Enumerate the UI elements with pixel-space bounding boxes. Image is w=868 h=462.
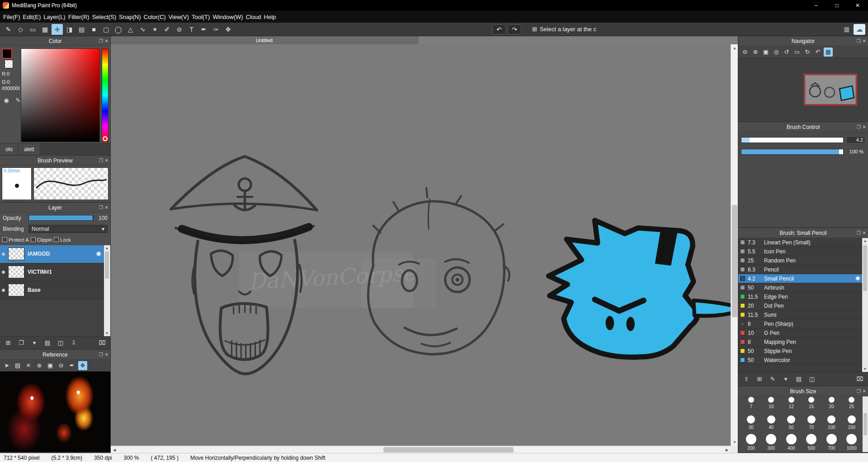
navigator-body[interactable] [738, 58, 868, 121]
minimize-button[interactable]: – [806, 0, 826, 11]
zoom-in-icon[interactable]: ⊕ [751, 48, 760, 57]
edit-brush-icon[interactable]: ✎ [768, 375, 777, 384]
close-icon[interactable]: ✕ [863, 124, 866, 129]
menu-item[interactable]: Tool(T) [190, 14, 211, 20]
hue-marker[interactable] [103, 136, 108, 141]
gradient-tool-icon[interactable]: ▤ [76, 24, 87, 35]
close-icon[interactable]: ✕ [105, 38, 108, 43]
navigator-viewport-rect[interactable] [804, 74, 857, 105]
transfer-layer-icon[interactable]: ⇩ [69, 338, 78, 348]
cloud-icon[interactable]: ☁ [854, 24, 865, 35]
eyedropper-tool-icon[interactable]: ✒ [198, 24, 209, 35]
brush-folder-icon[interactable]: ▤ [794, 375, 803, 384]
solid-fill-tool-icon[interactable]: ■ [88, 24, 99, 35]
open-folder-icon[interactable]: ▤ [13, 361, 22, 370]
shape-tool-icon[interactable]: ▭ [27, 24, 38, 35]
checkbox-icon[interactable] [31, 237, 36, 242]
popout-icon[interactable]: ❐ [99, 38, 103, 43]
brush-size-option[interactable]: 70 [802, 410, 822, 431]
maximize-button[interactable]: □ [826, 0, 847, 11]
brush-size-option[interactable]: 30 [741, 410, 761, 431]
add-layer-icon[interactable]: ⊞ [4, 338, 13, 348]
blending-select[interactable]: Normal ▾ [28, 225, 108, 233]
rotate-left-icon[interactable]: ↺ [782, 48, 791, 57]
popout-icon[interactable]: ❐ [857, 38, 861, 43]
scroll-down-icon[interactable]: ▼ [862, 366, 868, 372]
actual-size-icon[interactable]: ◎ [772, 48, 781, 57]
fit-view-icon[interactable]: ▣ [761, 48, 770, 57]
pen-tool-icon[interactable]: ✎ [3, 24, 14, 35]
color-tab[interactable]: alett [19, 143, 40, 155]
horizontal-scroll-thumb[interactable] [383, 447, 514, 452]
brush-row[interactable]: 25 Random Pen [738, 256, 862, 265]
redo-button[interactable]: ↷ [508, 24, 521, 34]
move-tool-icon[interactable]: ✛ [52, 24, 63, 35]
text-tool-icon[interactable]: T [186, 24, 197, 35]
brush-row[interactable]: 11.5 Sumi [738, 310, 862, 319]
grid-view-icon[interactable]: ▦ [824, 48, 833, 57]
scroll-up-icon[interactable]: ▲ [104, 245, 110, 251]
delete-brush-icon[interactable]: ⌧ [855, 375, 864, 384]
hand-tool-icon[interactable]: ✥ [222, 24, 234, 35]
checkbox-icon[interactable] [2, 237, 7, 242]
brush-list-scrollbar[interactable]: ▲ ▼ [862, 238, 868, 372]
merge-layer-icon[interactable]: ◫ [56, 338, 65, 348]
menu-item[interactable]: Filter(R) [67, 14, 91, 20]
close-icon[interactable]: ✕ [863, 38, 866, 43]
add-brush-icon[interactable]: ⊞ [755, 375, 764, 384]
scroll-up-icon[interactable]: ▲ [862, 238, 868, 244]
reset-rotation-icon[interactable]: ↶ [813, 48, 822, 57]
canvas-vertical-scrollbar[interactable]: ▲ ▼ [731, 44, 738, 446]
menu-item[interactable]: Help [263, 14, 278, 20]
brush-size-slider[interactable] [741, 137, 844, 143]
brush-row[interactable]: 10 G Pen [738, 329, 862, 338]
saturation-value-picker[interactable] [21, 48, 100, 142]
brush-size-option[interactable]: 500 [802, 431, 822, 452]
background-color-swatch[interactable] [5, 60, 13, 68]
menu-item[interactable]: Snap(N) [118, 14, 142, 20]
pattern-tool-icon[interactable]: ▦ [39, 24, 51, 35]
pointer-icon[interactable]: ➤ [2, 361, 11, 370]
popout-icon[interactable]: ❐ [857, 230, 861, 235]
brush-row[interactable]: 11.5 Edge Pen [738, 292, 862, 301]
lasso-tool-icon[interactable]: ∿ [137, 24, 148, 35]
brush-row[interactable]: 8 Pen (Sharp) [738, 319, 862, 329]
brush-size-option[interactable]: 1000 [842, 431, 862, 452]
brush-row[interactable]: 8 Mapping Pen [738, 338, 862, 347]
magic-wand-tool-icon[interactable]: ✶ [149, 24, 160, 35]
menu-item[interactable]: Window(W) [211, 14, 244, 20]
navigator-header[interactable]: Navigator ❐ ✕ [738, 36, 868, 46]
delete-layer-icon[interactable]: ⌧ [98, 338, 107, 348]
close-icon[interactable]: ✕ [863, 230, 866, 235]
foreground-color-swatch[interactable] [3, 49, 11, 58]
scroll-up-icon[interactable]: ▲ [731, 44, 738, 52]
brush-panel-header[interactable]: Brush: Small Pencil ❐ ✕ [738, 228, 868, 238]
brush-size-value[interactable]: 4.2 [846, 136, 865, 143]
layer-list-scrollbar[interactable]: ▲ ▼ [104, 245, 110, 337]
brush-menu-caret-icon[interactable]: ▾ [781, 375, 790, 384]
scroll-down-icon[interactable]: ▼ [731, 438, 738, 446]
layer-panel-header[interactable]: Layer ❐ ✕ [0, 203, 110, 213]
layer-row[interactable]: VICTIM#1 [0, 263, 104, 281]
popout-icon[interactable]: ❐ [99, 158, 103, 163]
menu-item[interactable]: Layer(L) [42, 14, 66, 20]
layer-row[interactable]: Base [0, 281, 104, 300]
layer-option[interactable]: Lock [54, 237, 71, 243]
brush-size-header[interactable]: Brush Size ❐ ✕ [738, 386, 868, 396]
layer-thumbnail[interactable] [8, 266, 24, 278]
close-icon[interactable]: ✕ [863, 389, 866, 394]
brush-size-option[interactable]: 20 [821, 396, 842, 410]
duplicate-layer-icon[interactable]: ❐ [17, 338, 26, 348]
brush-size-option[interactable]: 300 [761, 431, 782, 452]
brush-size-option[interactable]: 7 [741, 396, 761, 410]
brush-size-option[interactable]: 400 [781, 431, 802, 452]
layer-thumbnail[interactable] [8, 284, 24, 296]
menu-item[interactable]: Cloud [245, 14, 263, 20]
brush-row[interactable]: 50 Airbrush [738, 283, 862, 292]
brush-size-option[interactable]: 12 [781, 396, 802, 410]
layer-visibility-icon[interactable] [2, 252, 5, 256]
close-button[interactable]: ✕ [847, 0, 868, 11]
color-wheel-icon[interactable]: ◉ [2, 95, 11, 105]
fit-view-icon[interactable]: ▣ [46, 361, 55, 370]
popout-icon[interactable]: ❐ [857, 124, 861, 129]
